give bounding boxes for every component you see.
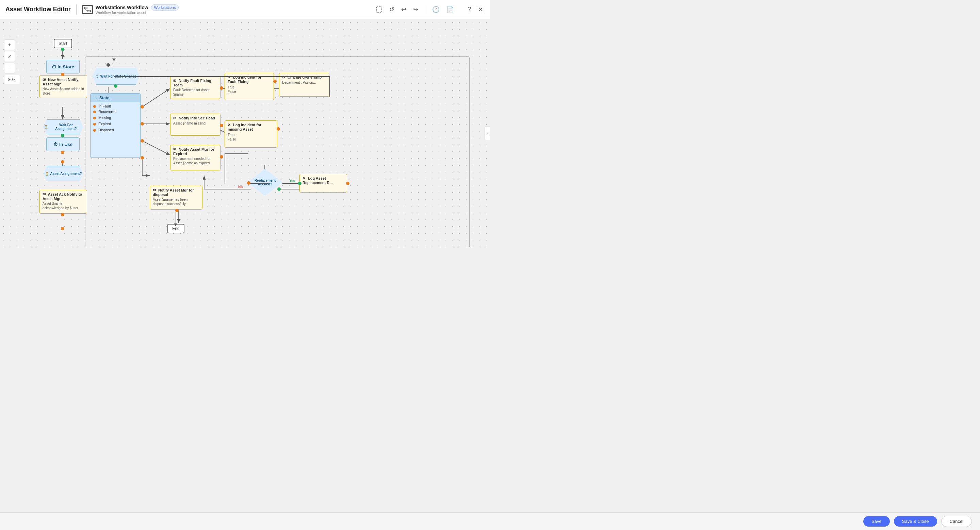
no-line	[247, 183, 269, 184]
state-title: State	[99, 95, 109, 100]
refresh-button[interactable]: ↺	[388, 5, 396, 14]
zoom-in-button[interactable]: +	[4, 40, 15, 50]
log-incident-fault-node[interactable]: ✕ Log Incident for Fault Fixing True Fal…	[224, 73, 274, 100]
zoom-fit-button[interactable]: ⤢	[4, 51, 15, 62]
workflow-name: Workstations Workflow	[95, 5, 148, 10]
change-ownership-body: Department : Pitstop...	[282, 80, 326, 85]
in-use-node[interactable]: ⏱ In Use	[46, 137, 80, 151]
asset-ack-title: ✉ Asset Ack Notify to Asset Mgr	[43, 192, 84, 201]
yes-line	[282, 183, 299, 184]
notify-fault-dot-right	[220, 86, 223, 90]
log-incident-missing-node[interactable]: ✕ Log Incident for missing Asset True Fa…	[224, 121, 277, 148]
in-use-label: In Use	[59, 142, 73, 147]
notify-asset-mgr-expired-node[interactable]: ✉ Notify Asset Mgr for Expired Replaceme…	[170, 145, 221, 170]
wait-assignment-label: Wait For Assignment?	[49, 123, 83, 131]
history-button[interactable]: 🕐	[431, 5, 441, 14]
log-asset-replacement-node[interactable]: ✕ Log Asset Replacement R...	[299, 174, 347, 192]
log-missing-false: False	[228, 137, 274, 141]
notify-fault-body: Fault Detected for Asset $name	[173, 88, 218, 97]
start-label: Start	[59, 41, 67, 46]
no-label: No	[238, 185, 243, 189]
expired-vertical	[224, 154, 225, 184]
state-expired: Expired	[93, 121, 137, 127]
export-button[interactable]: 📄	[445, 5, 455, 14]
new-asset-title: ✉ New Asset Notify Asset Mgr	[43, 78, 84, 86]
new-asset-body: New Asset $name added in store	[43, 87, 84, 95]
workflow-name-block: Workstations Workflow Workstations Workf…	[95, 5, 179, 14]
state-missing: Missing	[93, 115, 137, 121]
notify-disposal-node[interactable]: ✉ Notify Asset Mgr for disposal Asset $n…	[150, 186, 202, 209]
change-own-line1	[329, 76, 330, 97]
state-list: In Fault Recovered Missing Expired Dispo…	[91, 102, 140, 134]
toolbar-separator2	[461, 5, 461, 14]
asset-ack-dot	[61, 213, 64, 216]
header-divider	[76, 5, 76, 14]
log-missing-true: True	[228, 133, 274, 137]
change-ownership-title: ↺ Change Ownership	[282, 75, 326, 79]
app-header: Asset Workflow Editor Workstations Workf…	[0, 0, 490, 19]
wait-assignment-node[interactable]: ⏳ Wait For Assignment?	[43, 119, 83, 134]
header-left: Asset Workflow Editor Workstations Workf…	[5, 5, 179, 14]
app-title: Asset Workflow Editor	[5, 6, 71, 13]
log-missing-dot	[277, 127, 280, 131]
workflow-icon	[82, 5, 93, 14]
replace-no-dot	[247, 181, 250, 185]
log-incident-true: True	[228, 85, 271, 89]
svg-rect-4	[376, 7, 382, 12]
in-use-dot	[61, 151, 64, 154]
in-store-node[interactable]: ⏱ In Store	[46, 60, 80, 73]
notify-fault-node[interactable]: ✉ Notify Fault Fixing Team Fault Detecte…	[170, 76, 221, 99]
select-tool-button[interactable]	[374, 5, 384, 14]
log-replace-dot-left	[298, 182, 301, 185]
help-button[interactable]: ?	[466, 5, 473, 14]
start-node[interactable]: Start	[54, 39, 72, 48]
entry-arrowhead	[112, 59, 116, 61]
end-label: End	[172, 226, 179, 231]
change-own-line2	[114, 76, 330, 77]
log-asset-replacement-title: ✕ Log Asset Replacement R...	[302, 176, 344, 185]
disposal-arrow	[174, 224, 177, 226]
canvas-area[interactable]: + ⤢ − 80%	[0, 19, 490, 247]
in-store-dot	[61, 73, 64, 76]
workflow-info: Workstations Workflow Workstations Workf…	[82, 5, 179, 14]
log-replace-dot-right	[346, 182, 350, 185]
workflow-subtitle: Workflow for workstation asset	[95, 11, 179, 14]
zoom-out-button[interactable]: −	[4, 63, 15, 73]
svg-rect-0	[84, 7, 87, 9]
notify-expired-title: ✉ Notify Asset Mgr for Expired	[173, 147, 218, 156]
notify-fault-title: ✉ Notify Fault Fixing Team	[173, 79, 218, 87]
toolbar-separator	[425, 5, 425, 14]
asset-assignment-label: Asset Assignment?	[50, 172, 82, 176]
yes-label: Yes	[289, 179, 295, 182]
state-recovered: Recovered	[93, 108, 137, 115]
wait-state-dot	[114, 84, 118, 88]
notify-info-sec-node[interactable]: ✉ Notify Info Sec Head Asset $name missi…	[170, 114, 221, 136]
state-disposed: Disposed	[93, 127, 137, 133]
asset-assignment-node[interactable]: ⏳ Asset Assignment?	[43, 166, 83, 181]
notify-expired-body: Replacement needed for Asset $name as ex…	[173, 157, 218, 165]
zoom-controls: + ⤢ − 80%	[4, 40, 21, 84]
asset-ack-body: Asset $name acknowledged by $user	[43, 202, 84, 210]
asset-ack-notify-node[interactable]: ✉ Asset Ack Notify to Asset Mgr Asset $n…	[40, 190, 87, 214]
expired-horiz	[224, 154, 248, 154]
replacement-label: Replacement Needed?	[248, 179, 282, 186]
sidebar-toggle[interactable]: ›	[485, 127, 490, 140]
header-right: ↺ ↩ ↪ 🕐 📄 ? ✕	[374, 5, 485, 14]
new-asset-notify-node[interactable]: ✉ New Asset Notify Asset Mgr New Asset $…	[40, 75, 87, 98]
notify-disposal-body: Asset $name has been disposed successful…	[153, 197, 199, 206]
wait-assignment-dot	[61, 134, 64, 137]
disposal-to-end-line	[176, 212, 176, 225]
in-store-label: In Store	[57, 64, 74, 70]
expired-dot-right	[220, 155, 223, 159]
log-fault-dot	[273, 79, 277, 83]
start-dot	[61, 48, 64, 51]
workflow-badge: Workstations	[151, 5, 179, 11]
zoom-level: 80%	[4, 75, 21, 84]
disposal-dot-bottom	[175, 209, 179, 212]
log-incident-missing-title: ✕ Log Incident for missing Asset	[228, 123, 274, 131]
state-node[interactable]: ↔ State In Fault Recovered Missing Expir…	[90, 93, 140, 158]
redo-button[interactable]: ↪	[412, 5, 420, 14]
close-button[interactable]: ✕	[477, 5, 485, 14]
undo-button[interactable]: ↩	[400, 5, 408, 14]
notify-info-sec-body: Asset $name missing	[173, 121, 218, 125]
